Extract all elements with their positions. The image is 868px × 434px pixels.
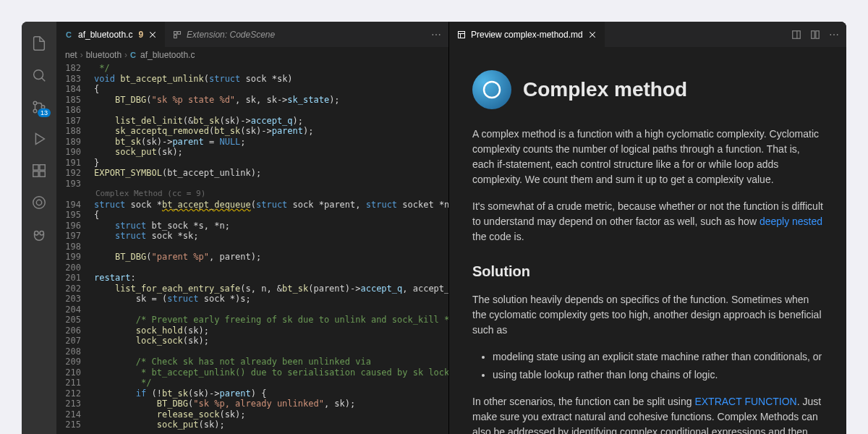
code-line[interactable]: restart: (94, 273, 448, 284)
preview-tab-actions: ⋯ (784, 28, 846, 41)
code-line[interactable]: BT_DBG("sk %p, already unlinked", sk); (94, 399, 448, 409)
code-line[interactable]: } (94, 158, 448, 169)
file-c-icon: C (130, 51, 136, 59)
svg-rect-13 (178, 31, 181, 34)
files-icon[interactable] (22, 29, 56, 58)
svg-rect-15 (459, 31, 465, 38)
app-window: 13 C af_bluetooth.c 9 (22, 22, 846, 434)
code-line[interactable]: if (!bt_sk(sk)->parent) { (94, 388, 448, 399)
editor-tabs: C af_bluetooth.c 9 Extension: CodeScene … (56, 22, 448, 47)
more-icon[interactable]: ⋯ (430, 28, 443, 41)
doc-header: Complex method (472, 70, 823, 109)
code-line[interactable]: BT_DBG("parent %p", parent); (94, 252, 448, 263)
code-line[interactable]: EXPORT_SYMBOL(bt_accept_unlink); (94, 168, 448, 179)
svg-rect-16 (793, 30, 801, 38)
markdown-preview: Complex method A complex method is a fun… (449, 47, 846, 434)
code-line[interactable]: lock_sock(sk); (94, 336, 448, 346)
code-line[interactable]: /* Check sk has not already been unlinke… (94, 357, 448, 367)
doc-heading: Solution (472, 260, 823, 282)
svg-point-2 (33, 109, 37, 113)
close-icon[interactable] (148, 30, 158, 40)
chevron-right-icon: › (124, 50, 127, 60)
search-icon[interactable] (22, 61, 56, 90)
code-line[interactable]: */ (94, 378, 448, 388)
code-line[interactable]: list_del_init(&bt_sk(sk)->accept_q); (94, 116, 448, 127)
code-line[interactable]: struct bt_sock *s, *n; (94, 221, 448, 231)
code-line[interactable]: sock_hold(sk); (94, 326, 448, 336)
line-number-gutter: 1821831841851861871881891901911921931941… (56, 63, 94, 434)
code-line[interactable]: struct sock *bt_accept_dequeue(struct so… (94, 200, 448, 210)
breadcrumbs[interactable]: net › bluetooth › C af_bluetooth.c (56, 47, 448, 63)
svg-rect-7 (40, 171, 45, 176)
extensions-icon[interactable] (22, 156, 56, 185)
extract-function-link[interactable]: EXTRACT FUNCTION (694, 396, 796, 407)
tab-label: Extension: CodeScene (187, 30, 275, 40)
tab-extension-codescene[interactable]: Extension: CodeScene (165, 22, 282, 47)
code-lens-hint[interactable]: Complex Method (cc = 9) (94, 189, 448, 200)
codescene-icon[interactable] (22, 188, 56, 217)
code-line[interactable]: bt_sk(sk)->parent = NULL; (94, 137, 448, 148)
code-line[interactable] (94, 305, 448, 315)
list-item: modeling state using an explicit state m… (493, 349, 823, 365)
svg-point-10 (35, 231, 39, 235)
open-side-icon[interactable] (790, 28, 803, 41)
code-line[interactable]: BT_DBG("sk %p state %d", sk, sk->sk_stat… (94, 95, 448, 106)
copilot-icon[interactable] (22, 220, 56, 249)
svg-rect-4 (33, 165, 38, 170)
code-line[interactable] (94, 105, 448, 116)
source-control-icon[interactable]: 13 (22, 93, 56, 122)
preview-icon (456, 30, 467, 40)
code-line[interactable]: list_for_each_entry_safe(s, n, &bt_sk(pa… (94, 284, 448, 294)
more-icon[interactable]: ⋯ (827, 28, 841, 41)
code-line[interactable] (94, 179, 448, 190)
code-line[interactable]: sk = (struct sock *)s; (94, 294, 448, 305)
chevron-right-icon: › (80, 50, 83, 60)
code-line[interactable]: sk_acceptq_removed(bt_sk(sk)->parent); (94, 126, 448, 137)
tab-label: af_bluetooth.c (78, 30, 132, 40)
code-line[interactable]: { (94, 84, 448, 95)
doc-title: Complex method (523, 75, 687, 105)
svg-point-8 (33, 197, 46, 209)
deeply-nested-link[interactable]: deeply nested (760, 216, 822, 227)
code-editor[interactable]: 1821831841851861871881891901911921931941… (56, 63, 448, 434)
svg-rect-5 (40, 165, 45, 170)
doc-paragraph: It's somewhat of a crude metric, because… (472, 199, 823, 244)
tab-preview[interactable]: Preview complex-method.md (449, 22, 605, 47)
svg-rect-14 (174, 35, 177, 38)
code-line[interactable]: { (94, 210, 448, 221)
code-line[interactable]: * bt_accept_unlink() due to serialisatio… (94, 367, 448, 378)
extension-icon (172, 30, 182, 40)
breadcrumb-item[interactable]: bluetooth (86, 50, 122, 60)
list-item: using table lookup rather than long chai… (493, 367, 823, 383)
svg-point-9 (36, 200, 41, 205)
code-line[interactable]: struct sock *sk; (94, 231, 448, 242)
breadcrumb-item[interactable]: net (65, 50, 77, 60)
code-line[interactable]: void bt_accept_unlink(struct sock *sk) (94, 74, 448, 85)
code-line[interactable] (94, 263, 448, 273)
code-line[interactable]: */ (94, 63, 448, 74)
code-line[interactable] (94, 242, 448, 252)
svg-rect-18 (816, 30, 819, 38)
split-icon[interactable] (809, 28, 822, 41)
tab-af-bluetooth[interactable]: C af_bluetooth.c 9 (56, 22, 165, 47)
tab-label: Preview complex-method.md (471, 30, 583, 40)
code-line[interactable]: /* Prevent early freeing of sk due to un… (94, 315, 448, 326)
code-line[interactable] (94, 346, 448, 357)
codescene-logo-icon (472, 70, 511, 109)
svg-point-11 (40, 231, 43, 235)
svg-point-1 (33, 101, 37, 105)
code-line[interactable]: sock_put(sk); (94, 147, 448, 158)
svg-rect-17 (812, 30, 814, 38)
doc-list: modeling state using an explicit state m… (472, 349, 823, 383)
close-icon[interactable] (587, 30, 597, 40)
editor-group: C af_bluetooth.c 9 Extension: CodeScene … (56, 22, 448, 434)
code-line[interactable]: sock_put(sk); (94, 420, 448, 430)
code-content[interactable]: */void bt_accept_unlink(struct sock *sk)… (94, 63, 448, 434)
code-line[interactable]: release_sock(sk); (94, 409, 448, 420)
svg-point-0 (34, 70, 43, 80)
run-debug-icon[interactable] (22, 124, 56, 153)
file-c-icon: C (64, 30, 74, 40)
preview-panel: Preview complex-method.md ⋯ (448, 22, 846, 434)
breadcrumb-item[interactable]: af_bluetooth.c (140, 50, 195, 60)
svg-point-19 (484, 82, 500, 98)
